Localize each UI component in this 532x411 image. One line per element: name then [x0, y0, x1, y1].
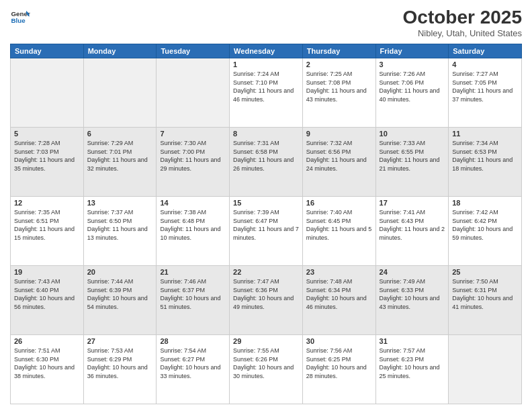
cell-info: Sunrise: 7:30 AMSunset: 7:00 PMDaylight:… [160, 139, 226, 173]
calendar-cell: 25Sunrise: 7:50 AMSunset: 6:31 PMDayligh… [449, 266, 522, 335]
page-container: General Blue October 2025 Nibley, Utah, … [0, 0, 532, 411]
day-number: 6 [87, 130, 153, 138]
cell-info: Sunrise: 7:47 AMSunset: 6:36 PMDaylight:… [233, 277, 299, 311]
cell-info: Sunrise: 7:43 AMSunset: 6:40 PMDaylight:… [14, 277, 80, 311]
calendar-cell: 8Sunrise: 7:31 AMSunset: 6:58 PMDaylight… [230, 128, 303, 197]
day-number: 10 [380, 130, 445, 138]
calendar-cell: 26Sunrise: 7:51 AMSunset: 6:30 PMDayligh… [11, 335, 84, 404]
calendar-cell: 19Sunrise: 7:43 AMSunset: 6:40 PMDayligh… [11, 266, 84, 335]
calendar-cell [11, 58, 84, 128]
cell-info: Sunrise: 7:56 AMSunset: 6:25 PMDaylight:… [306, 347, 372, 380]
cell-info: Sunrise: 7:46 AMSunset: 6:37 PMDaylight:… [160, 277, 226, 311]
cell-info: Sunrise: 7:57 AMSunset: 6:23 PMDaylight:… [380, 347, 445, 380]
cell-info: Sunrise: 7:42 AMSunset: 6:42 PMDaylight:… [452, 208, 518, 242]
cell-info: Sunrise: 7:55 AMSunset: 6:26 PMDaylight:… [233, 347, 299, 380]
cell-info: Sunrise: 7:48 AMSunset: 6:34 PMDaylight:… [306, 277, 372, 311]
calendar-cell: 4Sunrise: 7:27 AMSunset: 7:05 PMDaylight… [449, 58, 522, 128]
weekday-header-sunday: Sunday [11, 44, 84, 58]
day-number: 24 [380, 268, 445, 276]
svg-text:Blue: Blue [11, 17, 26, 24]
calendar-cell: 23Sunrise: 7:48 AMSunset: 6:34 PMDayligh… [302, 266, 375, 335]
calendar-cell: 16Sunrise: 7:40 AMSunset: 6:45 PMDayligh… [302, 197, 375, 266]
day-number: 7 [160, 130, 226, 138]
day-number: 1 [233, 60, 299, 68]
calendar-cell: 17Sunrise: 7:41 AMSunset: 6:43 PMDayligh… [375, 197, 449, 266]
calendar-cell: 2Sunrise: 7:25 AMSunset: 7:08 PMDaylight… [302, 58, 375, 128]
cell-info: Sunrise: 7:32 AMSunset: 6:56 PMDaylight:… [306, 139, 372, 173]
cell-info: Sunrise: 7:50 AMSunset: 6:31 PMDaylight:… [452, 277, 518, 311]
day-number: 13 [87, 199, 153, 207]
day-number: 20 [87, 268, 153, 276]
day-number: 28 [160, 337, 226, 345]
day-number: 3 [380, 60, 445, 68]
calendar-row-3: 19Sunrise: 7:43 AMSunset: 6:40 PMDayligh… [11, 266, 522, 335]
cell-info: Sunrise: 7:33 AMSunset: 6:55 PMDaylight:… [380, 139, 445, 173]
day-number: 2 [306, 60, 372, 68]
title-block: October 2025 Nibley, Utah, United States [403, 7, 522, 38]
day-number: 23 [306, 268, 372, 276]
weekday-header-saturday: Saturday [449, 44, 522, 58]
calendar-cell: 22Sunrise: 7:47 AMSunset: 6:36 PMDayligh… [230, 266, 303, 335]
day-number: 19 [14, 268, 80, 276]
calendar-cell: 14Sunrise: 7:38 AMSunset: 6:48 PMDayligh… [157, 197, 230, 266]
calendar-cell [157, 58, 230, 128]
calendar-row-4: 26Sunrise: 7:51 AMSunset: 6:30 PMDayligh… [11, 335, 522, 404]
day-number: 22 [233, 268, 299, 276]
cell-info: Sunrise: 7:28 AMSunset: 7:03 PMDaylight:… [14, 139, 80, 173]
calendar-cell: 5Sunrise: 7:28 AMSunset: 7:03 PMDaylight… [11, 128, 84, 197]
day-number: 21 [160, 268, 226, 276]
logo: General Blue [10, 7, 30, 27]
cell-info: Sunrise: 7:27 AMSunset: 7:05 PMDaylight:… [452, 70, 518, 103]
day-number: 30 [306, 337, 372, 345]
day-number: 16 [306, 199, 372, 207]
cell-info: Sunrise: 7:24 AMSunset: 7:10 PMDaylight:… [233, 70, 299, 103]
cell-info: Sunrise: 7:31 AMSunset: 6:58 PMDaylight:… [233, 139, 299, 173]
location: Nibley, Utah, United States [403, 28, 522, 38]
cell-info: Sunrise: 7:35 AMSunset: 6:51 PMDaylight:… [14, 208, 80, 242]
calendar-cell: 21Sunrise: 7:46 AMSunset: 6:37 PMDayligh… [157, 266, 230, 335]
calendar-cell: 18Sunrise: 7:42 AMSunset: 6:42 PMDayligh… [449, 197, 522, 266]
weekday-header-monday: Monday [83, 44, 157, 58]
day-number: 9 [306, 130, 372, 138]
cell-info: Sunrise: 7:38 AMSunset: 6:48 PMDaylight:… [160, 208, 226, 242]
day-number: 15 [233, 199, 299, 207]
day-number: 31 [380, 337, 445, 345]
weekday-header-wednesday: Wednesday [230, 44, 303, 58]
calendar-cell: 9Sunrise: 7:32 AMSunset: 6:56 PMDaylight… [302, 128, 375, 197]
calendar-cell: 11Sunrise: 7:34 AMSunset: 6:53 PMDayligh… [449, 128, 522, 197]
cell-info: Sunrise: 7:37 AMSunset: 6:50 PMDaylight:… [87, 208, 153, 242]
cell-info: Sunrise: 7:44 AMSunset: 6:39 PMDaylight:… [87, 277, 153, 311]
calendar-cell: 6Sunrise: 7:29 AMSunset: 7:01 PMDaylight… [83, 128, 157, 197]
calendar-cell: 31Sunrise: 7:57 AMSunset: 6:23 PMDayligh… [375, 335, 449, 404]
day-number: 29 [233, 337, 299, 345]
weekday-header-thursday: Thursday [302, 44, 375, 58]
calendar-cell: 12Sunrise: 7:35 AMSunset: 6:51 PMDayligh… [11, 197, 84, 266]
calendar-row-2: 12Sunrise: 7:35 AMSunset: 6:51 PMDayligh… [11, 197, 522, 266]
calendar-cell: 29Sunrise: 7:55 AMSunset: 6:26 PMDayligh… [230, 335, 303, 404]
calendar-cell: 10Sunrise: 7:33 AMSunset: 6:55 PMDayligh… [375, 128, 449, 197]
cell-info: Sunrise: 7:49 AMSunset: 6:33 PMDaylight:… [380, 277, 445, 311]
calendar-cell: 20Sunrise: 7:44 AMSunset: 6:39 PMDayligh… [83, 266, 157, 335]
calendar-row-0: 1Sunrise: 7:24 AMSunset: 7:10 PMDaylight… [11, 58, 522, 128]
cell-info: Sunrise: 7:39 AMSunset: 6:47 PMDaylight:… [233, 208, 299, 242]
calendar-cell: 28Sunrise: 7:54 AMSunset: 6:27 PMDayligh… [157, 335, 230, 404]
cell-info: Sunrise: 7:34 AMSunset: 6:53 PMDaylight:… [452, 139, 518, 173]
cell-info: Sunrise: 7:41 AMSunset: 6:43 PMDaylight:… [380, 208, 445, 242]
calendar-cell [83, 58, 157, 128]
cell-info: Sunrise: 7:53 AMSunset: 6:29 PMDaylight:… [87, 347, 153, 380]
calendar-cell: 27Sunrise: 7:53 AMSunset: 6:29 PMDayligh… [83, 335, 157, 404]
day-number: 8 [233, 130, 299, 138]
weekday-header-tuesday: Tuesday [157, 44, 230, 58]
weekday-header-row: SundayMondayTuesdayWednesdayThursdayFrid… [11, 44, 522, 58]
day-number: 12 [14, 199, 80, 207]
day-number: 4 [452, 60, 518, 68]
cell-info: Sunrise: 7:25 AMSunset: 7:08 PMDaylight:… [306, 70, 372, 103]
calendar-cell: 3Sunrise: 7:26 AMSunset: 7:06 PMDaylight… [375, 58, 449, 128]
calendar-cell: 24Sunrise: 7:49 AMSunset: 6:33 PMDayligh… [375, 266, 449, 335]
day-number: 25 [452, 268, 518, 276]
day-number: 14 [160, 199, 226, 207]
day-number: 26 [14, 337, 80, 345]
cell-info: Sunrise: 7:51 AMSunset: 6:30 PMDaylight:… [14, 347, 80, 380]
calendar-cell: 7Sunrise: 7:30 AMSunset: 7:00 PMDaylight… [157, 128, 230, 197]
day-number: 18 [452, 199, 518, 207]
